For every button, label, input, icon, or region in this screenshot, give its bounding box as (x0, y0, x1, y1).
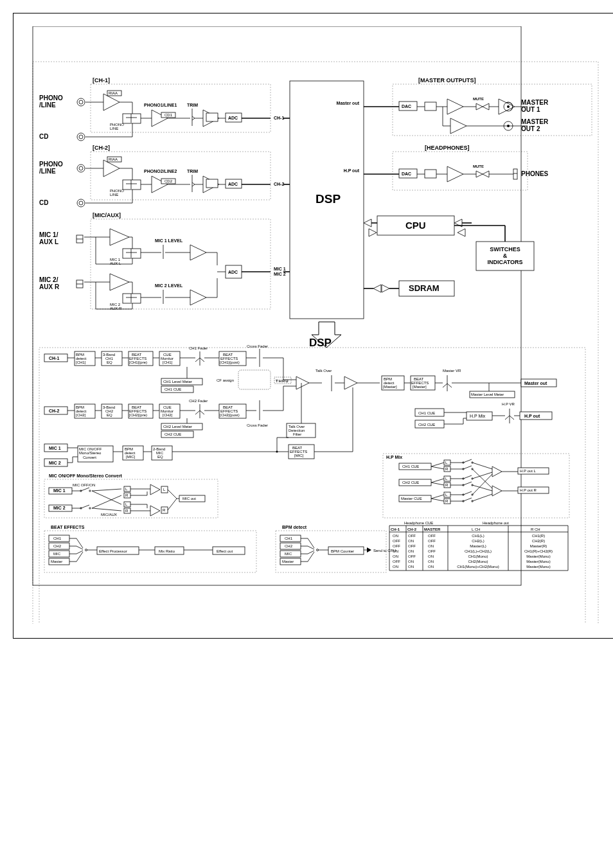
svg-rect-106 (123, 294, 141, 303)
svg-text:CF assign: CF assign (217, 378, 234, 382)
svg-point-42 (79, 166, 83, 170)
svg-text:CH1 CUE: CH1 CUE (418, 411, 435, 415)
svg-text:RIAA: RIAA (109, 157, 118, 161)
svg-text:CH-1: CH-1 (391, 527, 400, 531)
svg-text:Master out: Master out (337, 101, 360, 105)
svg-text:AUX L: AUX L (39, 238, 58, 245)
svg-text:OFF: OFF (408, 554, 416, 558)
svg-line-420 (472, 463, 492, 469)
svg-text:MIC OFF/ON: MIC OFF/ON (73, 483, 95, 487)
svg-line-391 (431, 483, 444, 485)
svg-marker-295 (344, 376, 357, 389)
svg-text:MIC ON/OFF Mono/Stereo Convert: MIC ON/OFF Mono/Stereo Convert (49, 474, 123, 478)
svg-text:BPM Counter: BPM Counter (331, 549, 354, 553)
svg-text:CH1 CUE: CH1 CUE (402, 465, 419, 468)
svg-text:EQ: EQ (157, 455, 163, 459)
svg-text:R CH: R CH (531, 527, 540, 531)
svg-text:[MIC]: [MIC] (126, 455, 136, 459)
svg-text:MIC 2/: MIC 2/ (39, 276, 58, 283)
svg-marker-188 (458, 229, 465, 236)
svg-text:OFF: OFF (428, 549, 436, 553)
svg-marker-46 (103, 160, 120, 177)
svg-text:H.P out: H.P out (344, 168, 360, 173)
svg-text:OUT 2: OUT 2 (521, 125, 540, 132)
svg-line-399 (463, 466, 472, 469)
svg-text:AUX R: AUX R (110, 306, 122, 310)
svg-text:MIC 2: MIC 2 (274, 272, 286, 276)
svg-text:MIC out: MIC out (182, 497, 196, 500)
svg-text:CH-1: CH-1 (274, 116, 284, 120)
svg-point-443 (89, 508, 91, 509)
hp-table-rows: ON OFF OFF CH1(L) CH1(R) OFF ON OFF CH2(… (393, 534, 553, 569)
svg-line-390 (431, 479, 444, 483)
svg-text:CH1(R)+CH2(R): CH1(R)+CH2(R) (524, 549, 553, 553)
svg-text:CH2(Mono): CH2(Mono) (468, 560, 488, 563)
svg-marker-146 (476, 103, 483, 110)
svg-marker-172 (447, 166, 463, 182)
svg-text:Headphone out: Headphone out (483, 521, 509, 525)
svg-text:CH1 Level Meter: CH1 Level Meter (163, 380, 192, 384)
svg-text:H.P Mix: H.P Mix (386, 455, 402, 459)
svg-rect-50 (123, 180, 141, 190)
svg-line-392 (431, 495, 444, 499)
svg-text:Effect out: Effect out (217, 549, 233, 553)
svg-text:MIC 1: MIC 1 (49, 446, 61, 450)
svg-text:CPU: CPU (405, 220, 426, 231)
svg-line-457 (92, 491, 121, 504)
svg-text:OFF: OFF (428, 534, 436, 538)
phono-line-label-1: PHONO (39, 94, 63, 102)
svg-text:H.P out: H.P out (524, 414, 540, 418)
svg-point-152 (507, 105, 510, 108)
svg-marker-104 (110, 274, 129, 290)
svg-text:Master out: Master out (524, 381, 547, 385)
svg-text:MIC/AUX: MIC/AUX (101, 513, 117, 517)
svg-text:[CH1](post): [CH1](post) (220, 360, 240, 364)
svg-text:Master(L): Master(L) (470, 544, 486, 548)
svg-text:Master CUE: Master CUE (401, 497, 422, 500)
svg-rect-12 (123, 114, 141, 123)
svg-text:TRIM: TRIM (187, 169, 198, 173)
svg-marker-418 (492, 466, 502, 477)
svg-text:LINE: LINE (110, 193, 118, 197)
svg-text:CH1(L): CH1(L) (472, 534, 484, 538)
svg-text:[Master]: [Master] (413, 385, 427, 389)
svg-text:CH1: CH1 (53, 536, 62, 540)
svg-line-425 (472, 494, 492, 501)
svg-text:ON: ON (428, 544, 434, 548)
svg-marker-528 (367, 547, 371, 553)
svg-text:R: R (445, 499, 449, 503)
svg-rect-134 (393, 84, 592, 136)
svg-line-441 (81, 488, 89, 491)
svg-marker-284 (296, 376, 309, 389)
svg-text:Cross Fader: Cross Fader (247, 344, 268, 348)
svg-text:OUT 1: OUT 1 (521, 106, 540, 113)
svg-marker-156 (450, 118, 466, 134)
svg-text:ADC: ADC (228, 116, 238, 120)
svg-text:CH-2: CH-2 (274, 182, 284, 186)
svg-line-459 (92, 508, 121, 511)
svg-text:[HEADPHONES]: [HEADPHONES] (425, 145, 470, 151)
svg-line-405 (463, 482, 472, 485)
svg-marker-197 (382, 285, 389, 292)
svg-text:PHONO2/LINE2: PHONO2/LINE2 (144, 169, 177, 173)
svg-text:[Master]: [Master] (383, 385, 397, 389)
svg-text:BPM detect: BPM detect (282, 525, 307, 529)
svg-line-421 (472, 472, 492, 479)
svg-text:CH2(L): CH2(L) (472, 539, 484, 543)
svg-text:DSP: DSP (315, 192, 341, 206)
svg-text:Mono/Stereo: Mono/Stereo (79, 451, 102, 455)
svg-text:ON: ON (393, 554, 398, 558)
svg-line-422 (472, 474, 492, 495)
svg-line-474 (168, 490, 177, 499)
svg-text:INDICATORS: INDICATORS (487, 259, 522, 265)
svg-text:ADC: ADC (228, 270, 238, 274)
svg-text:ON: ON (408, 565, 414, 569)
svg-text:OFF: OFF (408, 534, 416, 538)
svg-rect-170 (425, 170, 436, 178)
svg-text:PHONO: PHONO (39, 161, 63, 168)
svg-marker-175 (476, 171, 483, 177)
svg-text:DAC: DAC (402, 172, 411, 176)
svg-text:EQ: EQ (107, 360, 112, 364)
svg-text:[MIC/AUX]: [MIC/AUX] (93, 212, 121, 218)
svg-text:MIC 1: MIC 1 (53, 488, 66, 493)
